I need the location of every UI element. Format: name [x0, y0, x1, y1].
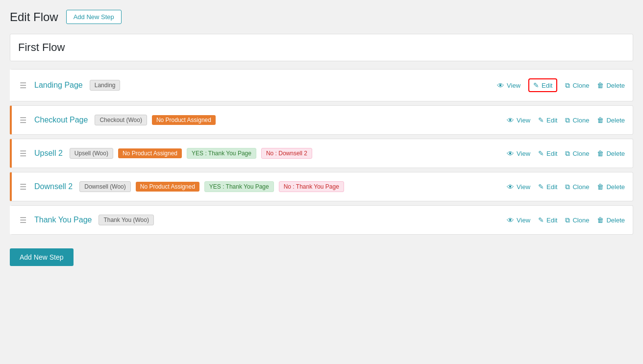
- add-new-step-footer-button[interactable]: Add New Step: [10, 248, 74, 266]
- delete-button-checkout[interactable]: 🗑Delete: [597, 116, 625, 124]
- drag-handle-icon[interactable]: ☰: [20, 149, 26, 158]
- clone-label: Clone: [572, 82, 589, 89]
- view-label: View: [517, 117, 530, 124]
- edit-label: Edit: [546, 150, 557, 157]
- edit-button-checkout[interactable]: ✎Edit: [538, 116, 557, 124]
- step-row-inner-checkout: ☰Checkout PageCheckout (Woo)No Product A…: [20, 115, 507, 125]
- drag-handle-icon[interactable]: ☰: [20, 116, 26, 125]
- view-button-downsell2[interactable]: 👁View: [507, 183, 530, 191]
- delete-label: Delete: [606, 150, 625, 157]
- step-name-checkout: Checkout Page: [34, 116, 88, 124]
- clone-icon: ⧉: [565, 81, 570, 90]
- delete-label: Delete: [606, 82, 625, 89]
- trash-icon: 🗑: [597, 183, 604, 191]
- edit-button-landing[interactable]: ✎Edit: [528, 78, 557, 92]
- step-row-thankyou: ☰Thank You PageThank You (Woo)👁View✎Edit…: [10, 205, 633, 235]
- clone-label: Clone: [572, 183, 589, 191]
- view-label: View: [517, 183, 530, 191]
- step-row-inner-landing: ☰Landing PageLanding: [20, 80, 497, 91]
- step-actions-downsell2: 👁View✎Edit⧉Clone🗑Delete: [507, 183, 625, 191]
- add-new-step-header-button[interactable]: Add New Step: [66, 10, 122, 24]
- edit-label: Edit: [546, 217, 557, 224]
- drag-handle-icon[interactable]: ☰: [20, 81, 26, 90]
- edit-button-downsell2[interactable]: ✎Edit: [538, 183, 557, 191]
- step-name-upsell2: Upsell 2: [34, 149, 63, 158]
- trash-icon: 🗑: [597, 149, 604, 157]
- eye-icon: 👁: [497, 81, 504, 90]
- drag-handle-icon[interactable]: ☰: [20, 216, 26, 225]
- clone-icon: ⧉: [565, 149, 570, 158]
- badge-upsell2-2: YES : Thank You Page: [187, 148, 256, 159]
- edit-label: Edit: [546, 117, 557, 124]
- clone-label: Clone: [572, 150, 589, 157]
- view-button-upsell2[interactable]: 👁View: [507, 149, 530, 158]
- badge-downsell2-1: No Product Assigned: [136, 182, 199, 192]
- step-name-landing: Landing Page: [34, 81, 83, 90]
- step-row-inner-thankyou: ☰Thank You PageThank You (Woo): [20, 215, 507, 225]
- pencil-icon: ✎: [538, 116, 544, 124]
- badge-downsell2-2: YES : Thank You Page: [204, 181, 274, 192]
- eye-icon: 👁: [507, 149, 514, 158]
- clone-button-thankyou[interactable]: ⧉Clone: [565, 216, 589, 224]
- view-button-checkout[interactable]: 👁View: [507, 116, 530, 124]
- eye-icon: 👁: [507, 216, 514, 224]
- pencil-icon: ✎: [538, 183, 544, 191]
- pencil-icon: ✎: [538, 149, 544, 157]
- step-row-landing: ☰Landing PageLanding👁View✎Edit⧉Clone🗑Del…: [10, 69, 633, 101]
- delete-label: Delete: [606, 117, 625, 124]
- view-button-thankyou[interactable]: 👁View: [507, 216, 530, 224]
- badge-thankyou-0: Thank You (Woo): [99, 215, 154, 225]
- clone-button-checkout[interactable]: ⧉Clone: [565, 116, 589, 124]
- clone-button-upsell2[interactable]: ⧉Clone: [565, 149, 589, 158]
- page-header: Edit Flow Add New Step: [10, 10, 633, 24]
- clone-label: Clone: [572, 117, 589, 124]
- step-row-downsell2: ☰Downsell 2Downsell (Woo)No Product Assi…: [10, 172, 633, 201]
- clone-button-landing[interactable]: ⧉Clone: [565, 81, 589, 90]
- step-actions-thankyou: 👁View✎Edit⧉Clone🗑Delete: [507, 216, 625, 224]
- trash-icon: 🗑: [597, 81, 604, 89]
- pencil-icon: ✎: [533, 81, 539, 89]
- drag-handle-icon[interactable]: ☰: [20, 182, 26, 192]
- delete-button-downsell2[interactable]: 🗑Delete: [597, 183, 625, 191]
- flow-name: First Flow: [18, 41, 65, 53]
- edit-label: Edit: [542, 82, 552, 89]
- step-actions-upsell2: 👁View✎Edit⧉Clone🗑Delete: [507, 149, 625, 158]
- edit-button-upsell2[interactable]: ✎Edit: [538, 149, 557, 157]
- delete-button-landing[interactable]: 🗑Delete: [597, 81, 625, 89]
- clone-icon: ⧉: [565, 116, 570, 124]
- step-actions-checkout: 👁View✎Edit⧉Clone🗑Delete: [507, 116, 625, 124]
- steps-list: ☰Landing PageLanding👁View✎Edit⧉Clone🗑Del…: [10, 69, 633, 239]
- delete-label: Delete: [606, 217, 625, 224]
- eye-icon: 👁: [507, 183, 514, 191]
- step-row-inner-upsell2: ☰Upsell 2Upsell (Woo)No Product Assigned…: [20, 148, 507, 159]
- step-row-checkout: ☰Checkout PageCheckout (Woo)No Product A…: [10, 105, 633, 135]
- step-name-downsell2: Downsell 2: [34, 182, 73, 191]
- edit-label: Edit: [546, 183, 557, 191]
- clone-icon: ⧉: [565, 216, 570, 224]
- clone-label: Clone: [572, 217, 589, 224]
- view-label: View: [517, 150, 530, 157]
- badge-checkout-1: No Product Assigned: [152, 115, 216, 125]
- pencil-icon: ✎: [538, 216, 544, 224]
- trash-icon: 🗑: [597, 116, 604, 124]
- clone-icon: ⧉: [565, 183, 570, 191]
- badge-downsell2-3: No : Thank You Page: [279, 181, 344, 192]
- step-name-thankyou: Thank You Page: [34, 216, 92, 224]
- page-title: Edit Flow: [10, 10, 58, 24]
- badge-upsell2-3: No : Downsell 2: [261, 148, 312, 159]
- view-button-landing[interactable]: 👁View: [497, 81, 520, 90]
- step-row-upsell2: ☰Upsell 2Upsell (Woo)No Product Assigned…: [10, 139, 633, 168]
- delete-label: Delete: [606, 183, 625, 191]
- trash-icon: 🗑: [597, 216, 604, 224]
- delete-button-thankyou[interactable]: 🗑Delete: [597, 216, 625, 224]
- view-label: View: [517, 217, 530, 224]
- edit-button-thankyou[interactable]: ✎Edit: [538, 216, 557, 224]
- view-label: View: [507, 82, 520, 89]
- badge-checkout-0: Checkout (Woo): [95, 115, 147, 125]
- clone-button-downsell2[interactable]: ⧉Clone: [565, 183, 589, 191]
- badge-upsell2-0: Upsell (Woo): [70, 148, 113, 159]
- step-actions-landing: 👁View✎Edit⧉Clone🗑Delete: [497, 78, 625, 92]
- badge-downsell2-0: Downsell (Woo): [79, 181, 130, 192]
- delete-button-upsell2[interactable]: 🗑Delete: [597, 149, 625, 157]
- badge-upsell2-1: No Product Assigned: [118, 148, 182, 158]
